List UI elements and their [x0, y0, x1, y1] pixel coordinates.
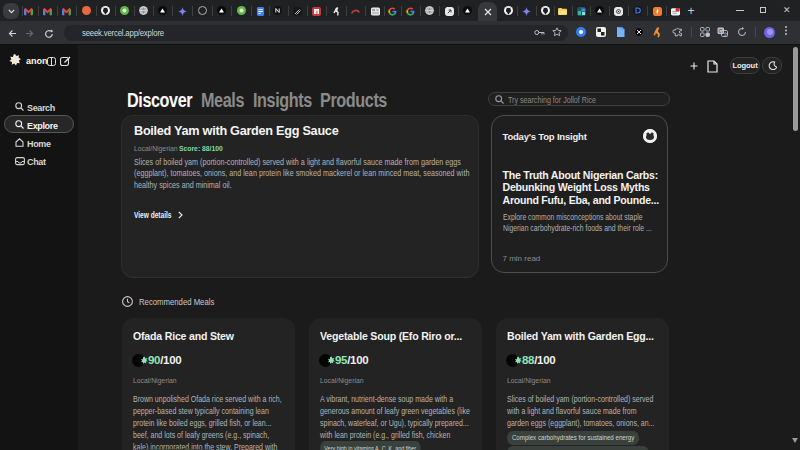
svg-text:文: 文 — [723, 31, 728, 37]
